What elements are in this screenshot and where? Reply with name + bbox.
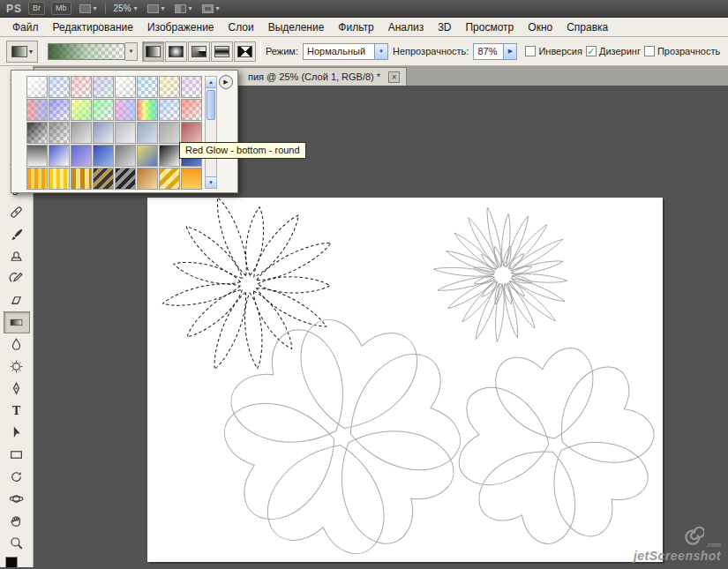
menu-item-7[interactable]: 3D bbox=[431, 19, 458, 35]
menu-item-0[interactable]: Файл bbox=[5, 19, 46, 35]
close-icon[interactable]: × bbox=[388, 71, 400, 83]
gradient-swatch-3[interactable] bbox=[93, 76, 114, 98]
gradient-swatch-5[interactable] bbox=[137, 76, 158, 98]
arrange-documents-button[interactable]: ▾ bbox=[173, 4, 194, 13]
gradient-swatch-37[interactable] bbox=[137, 168, 158, 190]
gradient-swatch-12[interactable] bbox=[115, 99, 136, 121]
eraser-tool[interactable] bbox=[4, 289, 30, 311]
blur-tool[interactable] bbox=[4, 333, 30, 356]
tool-preset-picker[interactable]: ▾ bbox=[6, 41, 38, 63]
menu-item-3[interactable]: Слои bbox=[221, 19, 261, 35]
gradient-swatch-11[interactable] bbox=[93, 99, 114, 121]
gradient-type-reflected-button[interactable] bbox=[211, 41, 233, 62]
gradient-swatch-26[interactable] bbox=[71, 145, 92, 167]
gradient-swatch-23[interactable] bbox=[181, 122, 202, 144]
gradient-type-linear-button[interactable] bbox=[142, 41, 164, 62]
gradient-swatch-1[interactable] bbox=[49, 76, 70, 98]
scroll-up-icon[interactable]: ▲ bbox=[206, 77, 216, 88]
gradient-swatch-4[interactable] bbox=[115, 76, 136, 98]
orbit-3d-tool[interactable] bbox=[4, 488, 30, 510]
gradient-swatch-13[interactable] bbox=[137, 99, 158, 121]
gradient-swatch-9[interactable] bbox=[49, 99, 70, 121]
brush-tool[interactable] bbox=[4, 223, 30, 245]
mini-bridge-button[interactable]: Mb bbox=[51, 2, 71, 15]
menu-item-9[interactable]: Окно bbox=[521, 19, 559, 35]
menu-item-4[interactable]: Выделение bbox=[261, 19, 332, 35]
opacity-input[interactable]: 87% ▶ bbox=[473, 43, 517, 60]
pen-tool[interactable] bbox=[4, 378, 30, 400]
gradient-swatch-2[interactable] bbox=[71, 76, 92, 98]
gradient-swatch-29[interactable] bbox=[137, 145, 158, 167]
gradient-swatch-17[interactable] bbox=[49, 122, 70, 144]
gradient-swatch-38[interactable] bbox=[159, 168, 180, 190]
gradient-swatch-10[interactable] bbox=[71, 99, 92, 121]
gradient-swatch-0[interactable] bbox=[26, 76, 48, 98]
menu-item-5[interactable]: Фильтр bbox=[331, 19, 380, 35]
zoom-tool[interactable] bbox=[4, 532, 30, 554]
menu-item-10[interactable]: Справка bbox=[559, 19, 615, 35]
gradient-swatch-20[interactable] bbox=[115, 122, 136, 144]
scrollbar[interactable]: ▲ ▼ bbox=[205, 76, 217, 189]
scrollbar-thumb[interactable] bbox=[206, 90, 215, 120]
gradient-swatch-22[interactable] bbox=[159, 122, 180, 144]
panel-menu-button[interactable]: ▶ bbox=[219, 75, 233, 89]
scroll-down-icon[interactable]: ▼ bbox=[206, 176, 216, 188]
healing-brush-tool[interactable] bbox=[4, 201, 30, 223]
checkbox-checked-icon[interactable]: ✓ bbox=[586, 46, 597, 56]
gradient-picker-open-button[interactable]: ▾ bbox=[125, 42, 138, 61]
gradient-swatch-30[interactable] bbox=[159, 145, 180, 167]
gradient-swatch-28[interactable] bbox=[115, 145, 136, 167]
opacity-slider-arrow-icon[interactable]: ▶ bbox=[503, 44, 516, 59]
screen-mode-button[interactable]: ▾ bbox=[200, 4, 221, 13]
checkbox-0[interactable]: Инверсия bbox=[525, 46, 582, 56]
gradient-swatch-32[interactable] bbox=[26, 168, 48, 190]
gradient-type-angle-button[interactable] bbox=[188, 41, 210, 62]
history-brush-tool[interactable] bbox=[4, 267, 30, 289]
gradient-swatch-35[interactable] bbox=[93, 168, 114, 190]
clone-stamp-tool[interactable] bbox=[4, 245, 30, 267]
gradient-swatch-25[interactable] bbox=[49, 145, 70, 167]
blend-mode-select[interactable]: Нормальный ▾ bbox=[303, 43, 388, 60]
gradient-swatch-34[interactable] bbox=[71, 168, 92, 190]
gradient-swatch-33[interactable] bbox=[49, 168, 70, 190]
menu-item-8[interactable]: Просмотр bbox=[458, 19, 521, 35]
rotate-3d-tool[interactable] bbox=[4, 466, 30, 488]
checkbox-unchecked-icon[interactable] bbox=[525, 46, 536, 56]
zoom-level-control[interactable]: 25% ▾ bbox=[112, 4, 139, 13]
checkbox-unchecked-icon[interactable] bbox=[644, 46, 655, 56]
gradient-sample[interactable] bbox=[48, 43, 125, 60]
document-page[interactable] bbox=[147, 198, 663, 562]
shape-tool[interactable] bbox=[4, 444, 30, 466]
menu-item-2[interactable]: Изображение bbox=[140, 19, 221, 35]
gradient-swatch-21[interactable] bbox=[137, 122, 158, 144]
type-tool[interactable]: T bbox=[4, 400, 30, 422]
menu-item-6[interactable]: Анализ bbox=[381, 19, 432, 35]
gradient-swatch-18[interactable] bbox=[71, 122, 92, 144]
bridge-button[interactable]: Br bbox=[28, 2, 45, 15]
color-swatches[interactable] bbox=[5, 557, 28, 567]
path-select-tool[interactable] bbox=[4, 422, 30, 444]
gradient-swatch-16[interactable] bbox=[26, 122, 48, 144]
gradient-swatch-7[interactable] bbox=[181, 76, 202, 98]
gradient-swatch-8[interactable] bbox=[26, 99, 48, 121]
gradient-swatch-36[interactable] bbox=[115, 168, 136, 190]
gradient-type-radial-button[interactable] bbox=[165, 41, 187, 62]
hand-zoom-tools-button[interactable]: ▾ bbox=[146, 4, 167, 13]
view-extras-button[interactable]: ▾ bbox=[78, 4, 99, 13]
dodge-tool[interactable] bbox=[4, 356, 30, 378]
chevron-down-icon[interactable]: ▾ bbox=[374, 44, 387, 59]
gradient-type-diamond-button[interactable] bbox=[234, 41, 256, 62]
menu-item-1[interactable]: Редактирование bbox=[46, 19, 140, 35]
gradient-swatch-39[interactable] bbox=[181, 168, 202, 190]
foreground-color-swatch[interactable] bbox=[5, 557, 18, 567]
hand-tool[interactable] bbox=[4, 510, 30, 532]
gradient-tool[interactable] bbox=[4, 311, 30, 333]
gradient-swatch-27[interactable] bbox=[93, 145, 114, 167]
gradient-swatch-14[interactable] bbox=[159, 99, 180, 121]
gradient-swatch-19[interactable] bbox=[93, 122, 114, 144]
checkbox-2[interactable]: Прозрачность bbox=[644, 46, 720, 56]
gradient-swatch-6[interactable] bbox=[159, 76, 180, 98]
gradient-swatch-15[interactable] bbox=[181, 99, 202, 121]
gradient-swatch-24[interactable] bbox=[26, 145, 48, 167]
checkbox-1[interactable]: ✓Дизеринг bbox=[586, 46, 641, 56]
